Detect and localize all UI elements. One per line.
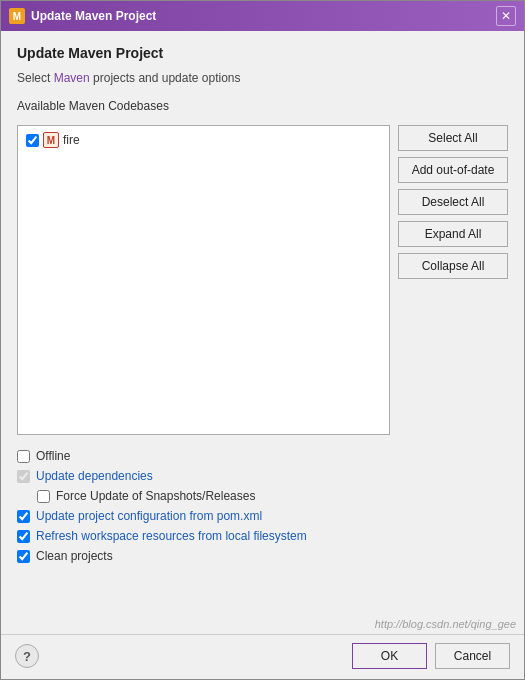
dialog-body: Update Maven Project Select Maven projec… xyxy=(1,31,524,616)
clean-projects-checkbox[interactable] xyxy=(17,550,30,563)
expand-all-button[interactable]: Expand All xyxy=(398,221,508,247)
fire-checkbox[interactable] xyxy=(26,134,39,147)
refresh-workspace-option: Refresh workspace resources from local f… xyxy=(17,529,508,543)
offline-checkbox[interactable] xyxy=(17,450,30,463)
codebases-list[interactable]: M fire xyxy=(17,125,390,435)
cancel-button[interactable]: Cancel xyxy=(435,643,510,669)
help-button[interactable]: ? xyxy=(15,644,39,668)
refresh-workspace-label[interactable]: Refresh workspace resources from local f… xyxy=(36,529,307,543)
fire-label[interactable]: fire xyxy=(63,133,80,147)
watermark: http://blog.csdn.net/qing_gee xyxy=(1,616,524,634)
add-out-of-date-button[interactable]: Add out-of-date xyxy=(398,157,508,183)
update-maven-dialog: M Update Maven Project ✕ Update Maven Pr… xyxy=(0,0,525,680)
maven-icon: M xyxy=(43,132,59,148)
dialog-heading: Update Maven Project xyxy=(17,45,508,61)
close-button[interactable]: ✕ xyxy=(496,6,516,26)
refresh-workspace-checkbox[interactable] xyxy=(17,530,30,543)
subtitle-prefix: Select xyxy=(17,71,54,85)
update-project-config-checkbox[interactable] xyxy=(17,510,30,523)
list-item[interactable]: M fire xyxy=(22,130,385,150)
update-project-config-option: Update project configuration from pom.xm… xyxy=(17,509,508,523)
force-update-label[interactable]: Force Update of Snapshots/Releases xyxy=(56,489,255,503)
deselect-all-button[interactable]: Deselect All xyxy=(398,189,508,215)
section-label: Available Maven Codebases xyxy=(17,99,508,113)
dialog-title: Update Maven Project xyxy=(31,9,156,23)
force-update-checkbox[interactable] xyxy=(37,490,50,503)
update-dependencies-label[interactable]: Update dependencies xyxy=(36,469,153,483)
clean-projects-option: Clean projects xyxy=(17,549,508,563)
title-bar-left: M Update Maven Project xyxy=(9,8,156,24)
codebases-area: M fire Select All Add out-of-date Desele… xyxy=(17,125,508,435)
action-buttons: Select All Add out-of-date Deselect All … xyxy=(398,125,508,435)
dialog-icon: M xyxy=(9,8,25,24)
ok-button[interactable]: OK xyxy=(352,643,427,669)
title-bar: M Update Maven Project ✕ xyxy=(1,1,524,31)
offline-label[interactable]: Offline xyxy=(36,449,70,463)
force-update-option: Force Update of Snapshots/Releases xyxy=(37,489,508,503)
footer-buttons: OK Cancel xyxy=(352,643,510,669)
subtitle-maven: Maven xyxy=(54,71,90,85)
dialog-footer: ? OK Cancel xyxy=(1,634,524,679)
update-dependencies-option: Update dependencies xyxy=(17,469,508,483)
offline-option: Offline xyxy=(17,449,508,463)
options-section: Offline Update dependencies Force Update… xyxy=(17,449,508,563)
select-all-button[interactable]: Select All xyxy=(398,125,508,151)
update-dependencies-checkbox[interactable] xyxy=(17,470,30,483)
dialog-subtitle: Select Maven projects and update options xyxy=(17,71,508,85)
update-project-config-label[interactable]: Update project configuration from pom.xm… xyxy=(36,509,262,523)
clean-projects-label[interactable]: Clean projects xyxy=(36,549,113,563)
subtitle-suffix: projects and update options xyxy=(90,71,241,85)
collapse-all-button[interactable]: Collapse All xyxy=(398,253,508,279)
